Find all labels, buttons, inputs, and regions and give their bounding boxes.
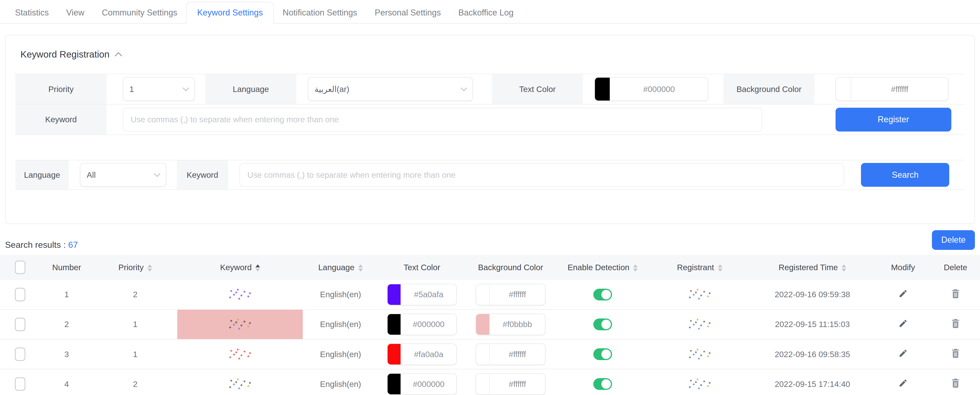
- cell-priority: 1: [93, 309, 178, 339]
- select-all-checkbox[interactable]: [15, 261, 25, 274]
- row-checkbox[interactable]: [15, 377, 25, 391]
- modify-button[interactable]: [896, 376, 910, 392]
- redacted-registrant: [686, 318, 713, 331]
- background-color-value: #ffffff: [851, 78, 948, 100]
- column-header-language[interactable]: Language: [303, 255, 378, 280]
- enable-detection-toggle-on[interactable]: [593, 289, 612, 301]
- cell-language: English(en): [303, 369, 378, 395]
- text-color-value: #000000: [610, 78, 708, 100]
- cell-keyword: [177, 369, 303, 395]
- sort-icon[interactable]: [633, 264, 638, 272]
- row-checkbox[interactable]: [15, 318, 25, 331]
- enable-detection-toggle-on[interactable]: [593, 378, 612, 390]
- cell-priority: 1: [93, 339, 178, 369]
- cell-text-color: #fa0a0a: [379, 339, 466, 369]
- registration-row-1: Priority 1 Language العربية(ar) Text Col…: [16, 74, 964, 105]
- cell-text-color: #000000: [379, 369, 466, 395]
- column-header-registered-time[interactable]: Registered Time: [750, 255, 875, 280]
- trash-icon: [951, 348, 960, 358]
- delete-row-button[interactable]: [948, 345, 963, 363]
- tab-personal-settings[interactable]: Personal Settings: [366, 2, 450, 23]
- redacted-keyword: [226, 348, 254, 361]
- modify-button[interactable]: [896, 287, 910, 303]
- table-header-row: Number Priority Keyword Language Text Co…: [0, 255, 980, 280]
- sort-icon[interactable]: [358, 264, 363, 272]
- redacted-registrant: [686, 378, 713, 390]
- search-button[interactable]: Search: [861, 163, 949, 187]
- pencil-icon: [899, 289, 908, 298]
- column-header-priority[interactable]: Priority: [93, 255, 178, 280]
- trash-icon: [951, 288, 960, 299]
- enable-detection-toggle-on[interactable]: [593, 319, 612, 330]
- cell-language: English(en): [303, 309, 378, 339]
- tab-notification-settings[interactable]: Notification Settings: [274, 2, 366, 23]
- tab-community-settings[interactable]: Community Settings: [93, 2, 186, 23]
- delete-selected-button[interactable]: Delete: [932, 230, 975, 250]
- sort-icon[interactable]: [718, 264, 722, 272]
- table-row: 1 2 English(en) #5a0afa #ffffff 2022-09-…: [0, 280, 980, 309]
- redacted-keyword: [226, 378, 254, 390]
- panel-title-row: Keyword Registration: [21, 49, 965, 60]
- modify-button[interactable]: [896, 316, 910, 333]
- cell-delete: [931, 369, 980, 395]
- language-select-value: العربية(ar): [315, 84, 350, 94]
- cell-background-color: #ffffff: [466, 339, 556, 369]
- collapse-chevron-up-icon[interactable]: [115, 52, 122, 59]
- cell-background-color: #f0bbbb: [466, 309, 556, 339]
- column-header-number: Number: [40, 255, 93, 280]
- text-color-swatch: [388, 374, 401, 394]
- modify-button[interactable]: [896, 346, 910, 362]
- cell-modify: [875, 309, 931, 339]
- sort-icon[interactable]: [148, 264, 152, 272]
- sort-icon[interactable]: [842, 264, 846, 272]
- table-row: 4 2 English(en) #000000 #ffffff 2022-09-…: [0, 369, 980, 395]
- search-language-value: All: [87, 170, 96, 180]
- register-button[interactable]: Register: [835, 108, 951, 132]
- cell-background-color: #ffffff: [466, 369, 556, 395]
- text-color-input[interactable]: #000000: [595, 77, 708, 101]
- cell-registrant: [650, 309, 749, 339]
- row-checkbox[interactable]: [15, 288, 25, 301]
- cell-registered-time: 2022-09-15 11:15:03: [750, 309, 875, 339]
- search-keyword-input[interactable]: [239, 163, 844, 187]
- sort-icon-ascending[interactable]: [255, 264, 260, 272]
- column-header-keyword[interactable]: Keyword: [177, 255, 303, 280]
- chevron-down-icon: [154, 170, 161, 177]
- keyword-input[interactable]: [123, 108, 762, 132]
- redacted-keyword: [226, 288, 254, 301]
- cell-number: 4: [40, 369, 93, 395]
- language-select[interactable]: العربية(ar): [308, 77, 473, 101]
- cell-delete: [931, 280, 980, 309]
- cell-registrant: [650, 339, 749, 369]
- search-results-label: Search results : 67: [5, 240, 78, 250]
- background-color-input[interactable]: #ffffff: [835, 77, 948, 101]
- cell-keyword: [177, 339, 303, 369]
- enable-detection-toggle-on[interactable]: [593, 348, 612, 360]
- delete-row-button[interactable]: [948, 375, 963, 393]
- text-color-swatch[interactable]: [595, 78, 611, 100]
- redacted-keyword: [226, 318, 254, 331]
- search-language-select[interactable]: All: [80, 163, 166, 187]
- background-color-swatch[interactable]: [836, 78, 851, 100]
- tab-view[interactable]: View: [57, 2, 93, 23]
- background-color-swatch: [476, 314, 490, 334]
- column-header-enable-detection[interactable]: Enable Detection: [556, 255, 650, 280]
- cell-modify: [875, 369, 931, 395]
- tab-keyword-settings[interactable]: Keyword Settings: [186, 2, 274, 24]
- cell-delete: [931, 309, 980, 339]
- row-checkbox[interactable]: [15, 347, 25, 361]
- chevron-down-icon: [461, 85, 467, 92]
- search-language-label: Language: [16, 161, 68, 189]
- tab-statistics[interactable]: Statistics: [6, 2, 57, 23]
- delete-row-button[interactable]: [948, 286, 963, 303]
- column-header-registrant[interactable]: Registrant: [650, 255, 749, 280]
- table-row: 2 1 English(en) #000000 #f0bbbb 2022-09-…: [0, 309, 980, 339]
- pencil-icon: [899, 349, 908, 358]
- priority-select[interactable]: 1: [123, 77, 195, 101]
- keywords-table: Number Priority Keyword Language Text Co…: [0, 255, 980, 395]
- pencil-icon: [899, 378, 908, 388]
- cell-delete: [931, 339, 980, 369]
- tab-backoffice-log[interactable]: Backoffice Log: [450, 2, 522, 23]
- delete-row-button[interactable]: [948, 315, 963, 333]
- text-color-label: Text Color: [492, 74, 583, 104]
